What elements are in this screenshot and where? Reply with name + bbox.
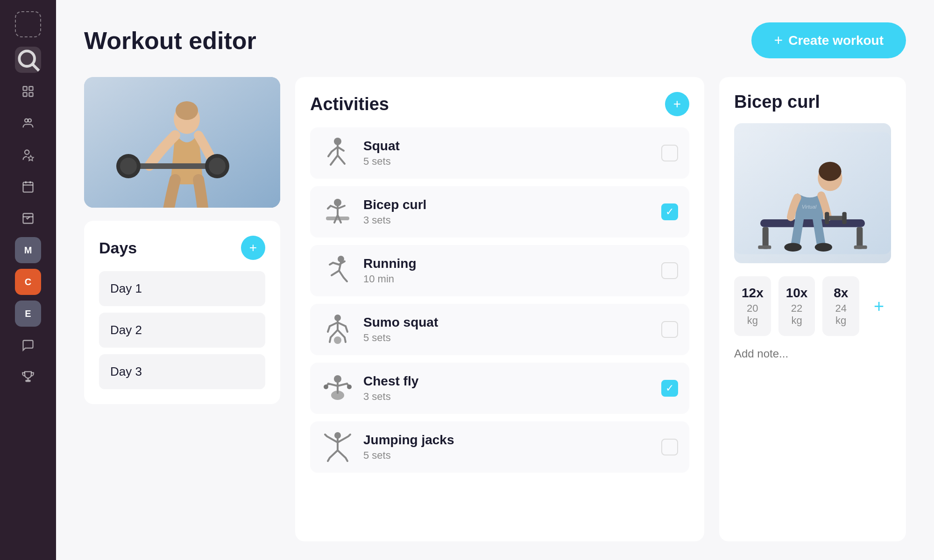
bicep-info: Bicep curl 3 sets — [363, 197, 652, 226]
activities-header: Activities + — [310, 92, 689, 116]
activity-bicep[interactable]: Bicep curl 3 sets ✓ — [310, 186, 689, 238]
svg-point-25 — [209, 158, 226, 175]
svg-point-20 — [176, 101, 198, 120]
detail-image: Virtual — [734, 123, 891, 263]
svg-rect-3 — [29, 87, 33, 91]
plus-icon: + — [774, 32, 783, 49]
bicep-name: Bicep curl — [363, 197, 652, 212]
set-3-reps: 8x — [830, 286, 852, 301]
activity-squat[interactable]: Squat 5 sets — [310, 127, 689, 179]
sumo-sets: 5 sets — [363, 332, 652, 344]
svg-point-44 — [819, 162, 842, 181]
days-header: Days + — [99, 236, 265, 260]
svg-rect-4 — [23, 92, 27, 96]
chest-checkbox[interactable]: ✓ — [661, 380, 678, 397]
star-user-icon[interactable] — [15, 142, 41, 168]
svg-point-24 — [120, 158, 137, 175]
detail-panel: Bicep curl — [719, 77, 906, 541]
squat-info: Squat 5 sets — [363, 139, 652, 168]
running-checkbox[interactable] — [661, 262, 678, 279]
jumping-figure — [321, 431, 354, 463]
running-info: Running 10 min — [363, 256, 652, 285]
trophy-icon[interactable] — [15, 364, 41, 390]
hero-image — [84, 77, 280, 208]
activities-list: Squat 5 sets — [310, 127, 689, 473]
svg-rect-17 — [26, 380, 30, 381]
svg-point-31 — [334, 336, 341, 344]
squat-sets: 5 sets — [363, 155, 652, 168]
activities-panel: Activities + S — [295, 77, 704, 541]
squat-figure — [321, 137, 354, 169]
svg-rect-42 — [854, 245, 867, 249]
running-sets: 10 min — [363, 273, 652, 285]
bicep-sets: 3 sets — [363, 214, 652, 226]
set-1-reps: 12x — [742, 286, 764, 301]
svg-rect-2 — [23, 87, 27, 91]
day-item-3[interactable]: Day 3 — [99, 354, 265, 389]
tasks-icon[interactable] — [15, 205, 41, 231]
day-item-1[interactable]: Day 1 — [99, 271, 265, 306]
note-input[interactable] — [734, 347, 891, 360]
add-activity-button[interactable]: + — [665, 92, 689, 116]
days-card: Days + Day 1 Day 2 Day 3 — [84, 221, 280, 404]
activity-chest[interactable]: Chest fly 3 sets ✓ — [310, 363, 689, 414]
main-content: Workout editor + Create workout — [56, 0, 934, 560]
detail-title: Bicep curl — [734, 92, 891, 112]
app-logo[interactable] — [15, 11, 41, 37]
chat-icon[interactable] — [15, 332, 41, 358]
svg-rect-10 — [23, 182, 33, 192]
day-item-2[interactable]: Day 2 — [99, 313, 265, 348]
svg-point-8 — [25, 150, 29, 154]
avatar-e[interactable]: E — [15, 301, 41, 327]
svg-point-34 — [324, 385, 328, 389]
svg-point-7 — [28, 119, 31, 122]
squat-checkbox[interactable] — [661, 145, 678, 161]
svg-point-28 — [334, 199, 341, 206]
page-title: Workout editor — [84, 27, 256, 55]
svg-point-30 — [334, 315, 341, 321]
bicep-checkbox[interactable]: ✓ — [661, 203, 678, 220]
jumping-checkbox[interactable] — [661, 439, 678, 455]
sumo-checkbox[interactable] — [661, 321, 678, 338]
svg-rect-38 — [760, 219, 865, 227]
sumo-name: Sumo squat — [363, 315, 652, 330]
add-set-button[interactable]: + — [867, 294, 891, 318]
page-header: Workout editor + Create workout — [84, 22, 906, 58]
avatar-m[interactable]: M — [15, 237, 41, 263]
sumo-info: Sumo squat 5 sets — [363, 315, 652, 344]
chest-name: Chest fly — [363, 374, 652, 389]
avatar-c[interactable]: C — [15, 269, 41, 295]
svg-point-26 — [334, 138, 341, 145]
running-name: Running — [363, 256, 652, 271]
days-title: Days — [99, 239, 137, 257]
activity-running[interactable]: Running 10 min — [310, 245, 689, 296]
bicep-figure — [321, 196, 354, 228]
calendar-icon[interactable] — [15, 174, 41, 200]
svg-point-0 — [19, 51, 35, 66]
dashboard-icon[interactable] — [15, 78, 41, 105]
users-icon[interactable] — [15, 110, 41, 136]
chest-sets: 3 sets — [363, 391, 652, 403]
create-workout-button[interactable]: + Create workout — [751, 22, 906, 58]
svg-rect-47 — [842, 212, 846, 224]
chest-info: Chest fly 3 sets — [363, 374, 652, 403]
squat-name: Squat — [363, 139, 652, 154]
svg-point-36 — [334, 432, 341, 439]
activities-title: Activities — [310, 94, 389, 114]
svg-text:Virtual: Virtual — [802, 204, 817, 210]
jumping-info: Jumping jacks 5 sets — [363, 433, 652, 462]
set-3: 8x 24 kg — [822, 276, 859, 336]
add-day-button[interactable]: + — [241, 236, 265, 260]
search-button[interactable] — [15, 47, 41, 73]
sidebar: M C E — [0, 0, 56, 560]
set-1-weight: 20 kg — [742, 302, 764, 327]
activity-jumping[interactable]: Jumping jacks 5 sets — [310, 421, 689, 473]
svg-rect-46 — [825, 212, 829, 224]
chest-figure — [321, 372, 354, 405]
activity-sumo[interactable]: Sumo squat 5 sets — [310, 304, 689, 355]
svg-rect-37 — [734, 132, 891, 254]
set-3-weight: 24 kg — [830, 302, 852, 327]
svg-point-32 — [334, 375, 341, 383]
left-column: Days + Day 1 Day 2 Day 3 — [84, 77, 280, 541]
svg-rect-41 — [758, 245, 771, 249]
